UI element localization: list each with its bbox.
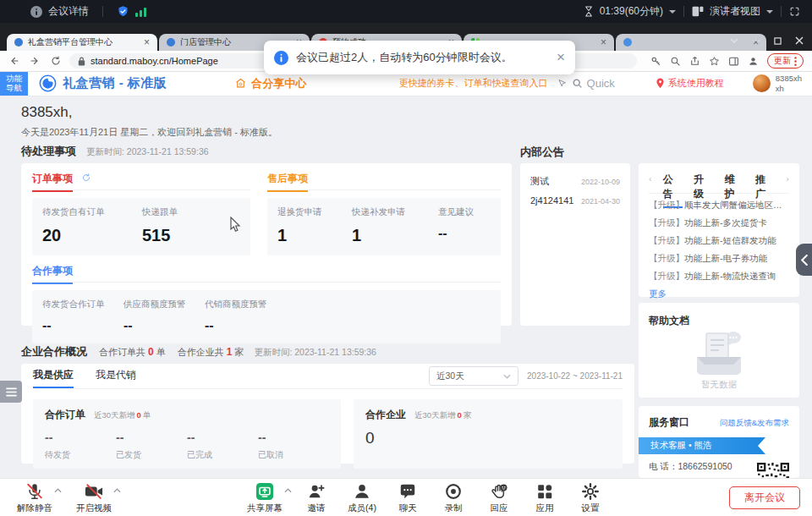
- stat-value[interactable]: --: [438, 226, 474, 241]
- unmute-button[interactable]: 解除静音: [8, 482, 61, 514]
- browser-update-button[interactable]: 更新: [767, 53, 804, 69]
- meeting-details-label[interactable]: 会议详情: [48, 4, 89, 19]
- invite-button[interactable]: 邀请: [293, 482, 340, 514]
- news-item[interactable]: 【升级】功能上新-电子券功能: [649, 253, 789, 265]
- float-menu-handle[interactable]: [0, 381, 22, 403]
- stat-label: 代销商额度预警: [205, 299, 267, 310]
- leave-meeting-button[interactable]: 离开会议: [729, 486, 800, 509]
- news-item[interactable]: 【升级】功能上新-短信群发功能: [649, 235, 789, 247]
- notice-section-title: 内部公告: [520, 145, 564, 158]
- stat-value[interactable]: 1: [352, 226, 425, 245]
- info-icon[interactable]: [30, 6, 42, 18]
- share-icon[interactable]: [689, 56, 700, 67]
- date-range-text: 2023-10-22 ~ 2023-11-21: [527, 371, 623, 381]
- tab-aftersale-items[interactable]: 售后事项: [267, 172, 308, 192]
- settings-button[interactable]: 设置: [567, 482, 614, 514]
- news-item[interactable]: 【升级】功能上新-多次提货卡: [649, 217, 789, 229]
- stat-value[interactable]: --: [205, 318, 267, 333]
- side-panel-icon[interactable]: [728, 56, 739, 67]
- back-icon[interactable]: [8, 56, 19, 66]
- close-tab-icon[interactable]: ×: [144, 37, 150, 47]
- news-item[interactable]: 【升级】顺丰发大闸蟹偏远地区不成功问...: [649, 200, 789, 211]
- chevron-down-icon: [766, 10, 773, 14]
- companies-value[interactable]: 0: [365, 429, 611, 447]
- order-stat[interactable]: --待发货: [45, 431, 116, 461]
- chevron-up-icon[interactable]: [54, 488, 62, 493]
- function-nav-button[interactable]: 功能导航: [0, 71, 28, 96]
- tab-i-am-agent[interactable]: 我是代销: [96, 364, 136, 388]
- notice-card: 测试 2022-10-09 2j4124141 2021-04-30: [520, 163, 630, 326]
- username: 8385xh xh: [776, 74, 802, 93]
- minimize-icon[interactable]: [752, 36, 760, 45]
- security-shield-icon[interactable]: [117, 5, 129, 18]
- order-stat[interactable]: --已发货: [116, 431, 187, 461]
- stat-value[interactable]: --: [123, 318, 191, 333]
- fullscreen-icon[interactable]: [789, 6, 800, 17]
- order-stat[interactable]: --已取消: [258, 431, 329, 461]
- profile-icon[interactable]: [748, 56, 759, 67]
- order-stat[interactable]: --已完成: [187, 431, 258, 461]
- stat-value[interactable]: 1: [277, 226, 338, 245]
- zoom-icon[interactable]: [670, 56, 681, 67]
- stat-value[interactable]: 20: [42, 226, 129, 245]
- browser-tab[interactable]: 礼盒营销平台管理中心 ×: [7, 34, 157, 51]
- mouse-cursor: [230, 217, 241, 233]
- tab-i-am-supplier[interactable]: 我是供应: [33, 364, 74, 388]
- layout-icon: [692, 6, 704, 17]
- meeting-toast: 会议已超过2人，自动转为60分钟限时会议。 ×: [264, 41, 575, 74]
- chevron-up-icon[interactable]: [113, 488, 121, 493]
- meeting-timer[interactable]: 01:39(60分钟): [584, 4, 676, 19]
- reactions-button[interactable]: 回应: [475, 482, 523, 514]
- chevron-up-icon[interactable]: [284, 488, 292, 493]
- toast-close-icon[interactable]: ×: [557, 49, 565, 66]
- network-signal-icon[interactable]: [135, 7, 146, 17]
- close-tab-icon[interactable]: ×: [601, 37, 606, 47]
- divider: [102, 6, 103, 17]
- overview-card: 我是供应 我是代销 近30天 2023-10-22 ~ 2023-11-21 合…: [21, 364, 634, 464]
- quick-search[interactable]: Quick: [557, 77, 615, 90]
- maximize-icon[interactable]: [774, 37, 782, 45]
- tab-order-items[interactable]: 订单事项: [32, 172, 73, 192]
- user-account[interactable]: 8385xh xh: [753, 74, 802, 93]
- bookmark-star-icon[interactable]: [709, 56, 720, 67]
- pending-updated-time: 更新时间: 2023-11-21 13:59:36: [86, 146, 209, 158]
- tab-coop-items[interactable]: 合作事项: [32, 264, 73, 284]
- qr-code: [757, 463, 789, 478]
- coop-companies-box: 合作企业 近30天新增0家 0: [354, 399, 623, 469]
- greeting: 8385xh,: [21, 104, 73, 121]
- collapse-panel-handle[interactable]: [796, 244, 812, 276]
- record-button[interactable]: 录制: [430, 482, 477, 514]
- next-arrow-icon[interactable]: ›: [786, 173, 789, 184]
- more-link[interactable]: 更多: [649, 288, 789, 300]
- tutorial-link[interactable]: 系统使用教程: [656, 77, 724, 90]
- reload-icon[interactable]: [51, 56, 61, 66]
- quick-entry-tip: 更快捷的券卡、订单和快递查询入口: [399, 77, 548, 90]
- tab-search-icon[interactable]: [730, 38, 738, 44]
- share-center-link[interactable]: 合分享中心: [234, 76, 306, 91]
- apps-button[interactable]: 应用: [521, 482, 568, 514]
- members-icon: [353, 482, 371, 501]
- news-card: ‹ 公告 升级 维护 推广 › 【升级】顺丰发大闸蟹偏远地区不成功问... 【升…: [639, 163, 799, 297]
- phone-number[interactable]: 18662591050: [678, 461, 732, 471]
- share-screen-button[interactable]: 共享屏幕: [239, 482, 291, 514]
- view-mode-selector[interactable]: 演讲者视图: [692, 4, 773, 19]
- date-range-select[interactable]: 近30天: [429, 366, 518, 386]
- news-item[interactable]: 【升级】功能上新-物流快递查询: [649, 271, 789, 283]
- members-button[interactable]: 成员(4): [338, 482, 386, 514]
- url-text: standard.maboy.cn/HomePage: [91, 56, 218, 66]
- notice-item[interactable]: 测试 2022-10-09: [530, 175, 620, 188]
- prev-arrow-icon[interactable]: ‹: [649, 173, 652, 184]
- stat-value[interactable]: 515: [142, 226, 178, 245]
- forward-icon[interactable]: [30, 56, 41, 66]
- avatar: [753, 74, 771, 92]
- notice-item[interactable]: 2j4124141 2021-04-30: [530, 195, 620, 206]
- stat-value[interactable]: --: [42, 318, 110, 333]
- close-window-icon[interactable]: [795, 36, 804, 45]
- refresh-icon[interactable]: [81, 173, 91, 183]
- mic-muted-icon: [25, 482, 44, 501]
- start-video-button[interactable]: 开启视频: [68, 482, 120, 514]
- chevron-down-icon: [669, 10, 676, 14]
- feedback-link[interactable]: 问题反馈&发布需求: [720, 418, 789, 429]
- password-key-icon[interactable]: [650, 56, 661, 67]
- chat-button[interactable]: 聊天: [384, 482, 431, 514]
